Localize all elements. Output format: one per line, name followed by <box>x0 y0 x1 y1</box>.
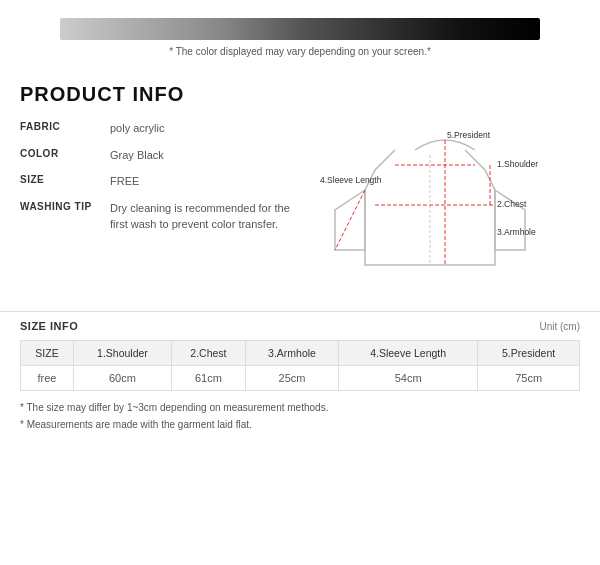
size-col-header: 4.Sleeve Length <box>339 341 478 366</box>
info-value: poly acrylic <box>110 120 310 137</box>
size-info-header: SIZE INFO Unit (cm) <box>20 320 580 332</box>
size-table-cell: 25cm <box>245 366 338 391</box>
size-info-title: SIZE INFO <box>20 320 78 332</box>
svg-text:5.President: 5.President <box>447 130 491 140</box>
svg-line-4 <box>335 190 365 250</box>
size-unit: Unit (cm) <box>539 321 580 332</box>
size-table-cell: 54cm <box>339 366 478 391</box>
info-row: FABRIC poly acrylic <box>20 120 310 137</box>
size-table-cell: free <box>21 366 74 391</box>
info-row: COLOR Gray Black <box>20 147 310 164</box>
size-col-header: SIZE <box>21 341 74 366</box>
size-col-header: 2.Chest <box>171 341 245 366</box>
size-note: * The size may differ by 1~3cm depending… <box>20 399 580 416</box>
svg-text:1.Shoulder: 1.Shoulder <box>497 159 538 169</box>
size-info-section: SIZE INFO Unit (cm) SIZE1.Shoulder2.Ches… <box>0 311 600 443</box>
info-label: SIZE <box>20 173 110 185</box>
info-table: FABRIC poly acrylic COLOR Gray Black SIZ… <box>20 120 310 293</box>
size-table-body: free60cm61cm25cm54cm75cm <box>21 366 580 391</box>
size-table-cell: 60cm <box>73 366 171 391</box>
size-table-head: SIZE1.Shoulder2.Chest3.Armhole4.Sleeve L… <box>21 341 580 366</box>
size-col-header: 3.Armhole <box>245 341 338 366</box>
info-value: Dry cleaning is recommended for the firs… <box>110 200 310 233</box>
svg-text:4.Sleeve Length: 4.Sleeve Length <box>320 175 382 185</box>
info-label: COLOR <box>20 147 110 159</box>
color-bar-note: * The color displayed may vary depending… <box>169 46 431 57</box>
size-col-header: 1.Shoulder <box>73 341 171 366</box>
color-bar-section: * The color displayed may vary depending… <box>0 0 600 65</box>
info-value: Gray Black <box>110 147 310 164</box>
size-table-row: free60cm61cm25cm54cm75cm <box>21 366 580 391</box>
size-table: SIZE1.Shoulder2.Chest3.Armhole4.Sleeve L… <box>20 340 580 391</box>
info-label: FABRIC <box>20 120 110 132</box>
size-table-cell: 75cm <box>478 366 580 391</box>
info-row: WASHING TIP Dry cleaning is recommended … <box>20 200 310 233</box>
product-info-title: PRODUCT INFO <box>20 83 580 106</box>
size-table-header-row: SIZE1.Shoulder2.Chest3.Armhole4.Sleeve L… <box>21 341 580 366</box>
size-note: * Measurements are made with the garment… <box>20 416 580 433</box>
svg-text:2.Chest: 2.Chest <box>497 199 527 209</box>
garment-diagram: 5.President 1.Shoulder 2.Chest 3.Armhole… <box>310 120 580 290</box>
info-row: SIZE FREE <box>20 173 310 190</box>
size-notes: * The size may differ by 1~3cm depending… <box>20 399 580 433</box>
color-gradient-bar <box>60 18 540 40</box>
info-label: WASHING TIP <box>20 200 110 212</box>
info-value: FREE <box>110 173 310 190</box>
info-layout: FABRIC poly acrylic COLOR Gray Black SIZ… <box>20 120 580 293</box>
size-col-header: 5.President <box>478 341 580 366</box>
size-table-cell: 61cm <box>171 366 245 391</box>
diagram-area: 5.President 1.Shoulder 2.Chest 3.Armhole… <box>310 120 580 293</box>
svg-text:3.Armhole: 3.Armhole <box>497 227 536 237</box>
product-info-section: PRODUCT INFO FABRIC poly acrylic COLOR G… <box>0 65 600 303</box>
